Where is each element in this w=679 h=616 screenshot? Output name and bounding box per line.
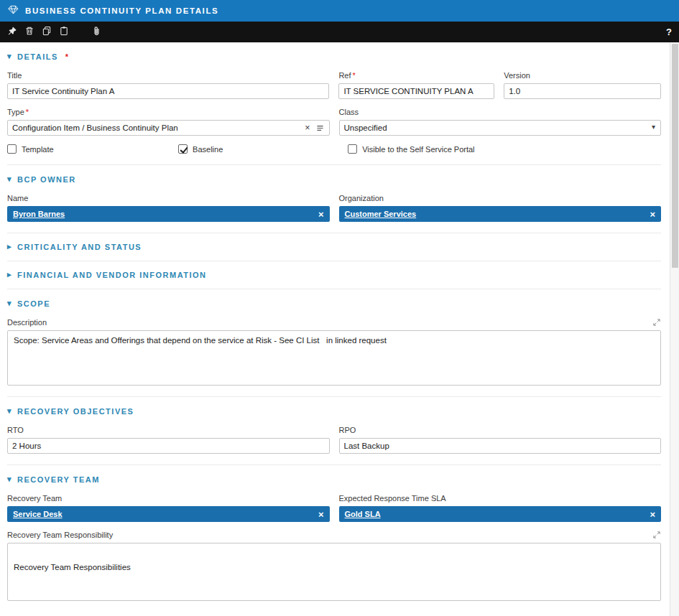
- baseline-label: Baseline: [193, 145, 223, 154]
- attach-button[interactable]: [88, 24, 105, 41]
- rto-input[interactable]: [7, 438, 330, 454]
- name-link[interactable]: Byron Barnes: [13, 210, 65, 218]
- section-header-details[interactable]: DETAILS *: [7, 52, 661, 61]
- type-input[interactable]: [7, 120, 330, 136]
- title-field-label: Title: [7, 71, 329, 80]
- rpo-input[interactable]: [339, 438, 662, 454]
- chevron-down-icon: [7, 174, 12, 184]
- section-recovery-team: RECOVERY TEAM Recovery Team Service Desk…: [7, 465, 661, 612]
- window-titlebar: BUSINESS CONTINUITY PLAN DETAILS: [0, 0, 679, 22]
- toolbar: ?: [0, 22, 679, 42]
- section-header-scope[interactable]: SCOPE: [7, 299, 661, 308]
- class-select[interactable]: Unspecified: [339, 120, 662, 136]
- baseline-checkbox[interactable]: [178, 144, 188, 154]
- section-header-recovery-objectives[interactable]: RECOVERY OBJECTIVES: [7, 406, 661, 416]
- class-select-wrap: Unspecified: [339, 120, 662, 136]
- clipboard-icon: [59, 26, 69, 38]
- clear-sla-icon[interactable]: ×: [650, 510, 655, 519]
- ref-field-label: Ref*: [338, 71, 494, 80]
- vertical-scrollbar[interactable]: [670, 42, 679, 616]
- clear-name-icon[interactable]: ×: [318, 210, 324, 219]
- section-header-recovery-team[interactable]: RECOVERY TEAM: [7, 475, 661, 484]
- scrollbar-thumb[interactable]: [672, 44, 678, 268]
- title-input[interactable]: [7, 83, 329, 99]
- name-field-label: Name: [7, 194, 330, 202]
- rto-label: RTO: [7, 426, 330, 434]
- copy-button[interactable]: [38, 24, 55, 41]
- sla-lookup-field: Gold SLA ×: [339, 506, 662, 522]
- pin-icon: [7, 26, 17, 38]
- organization-field-label: Organization: [339, 194, 662, 202]
- required-asterisk: *: [65, 52, 70, 61]
- section-header-bcp-owner[interactable]: BCP OWNER: [7, 174, 661, 184]
- section-title: RECOVERY TEAM: [17, 475, 100, 484]
- section-header-financial[interactable]: FINANCIAL AND VENDOR INFORMATION: [7, 270, 661, 279]
- required-asterisk: *: [353, 71, 356, 80]
- window-title: BUSINESS CONTINUITY PLAN DETAILS: [25, 6, 218, 15]
- clear-organization-icon[interactable]: ×: [650, 210, 655, 219]
- section-title: BCP OWNER: [17, 175, 76, 184]
- chevron-down-icon: [7, 475, 12, 484]
- version-field-label: Version: [504, 71, 661, 80]
- paperclip-icon: [91, 26, 102, 39]
- sla-label: Expected Response Time SLA: [339, 494, 662, 503]
- paste-button[interactable]: [55, 24, 73, 41]
- trash-icon: [24, 26, 34, 38]
- section-title: CRITICALITY AND STATUS: [17, 243, 142, 251]
- copy-icon: [42, 26, 52, 38]
- chevron-down-icon: [7, 406, 12, 416]
- sla-link[interactable]: Gold SLA: [345, 510, 381, 518]
- recovery-team-label: Recovery Team: [7, 494, 330, 503]
- template-checkbox-item: Template: [7, 144, 169, 154]
- organization-link[interactable]: Customer Services: [345, 210, 417, 218]
- ssp-visible-checkbox[interactable]: [348, 144, 357, 154]
- type-field-label: Type*: [7, 108, 330, 116]
- name-lookup-field: Byron Barnes ×: [7, 206, 330, 222]
- clear-recovery-team-icon[interactable]: ×: [318, 510, 324, 519]
- rpo-label: RPO: [339, 426, 662, 434]
- expand-description-icon[interactable]: [652, 318, 661, 327]
- section-scope: SCOPE Description Scope: Service Areas a…: [7, 289, 661, 397]
- template-label: Template: [22, 145, 54, 154]
- description-textarea[interactable]: Scope: Service Areas and Offerings that …: [7, 330, 661, 386]
- ssp-visible-label: Visible to the Self Service Portal: [362, 145, 474, 154]
- section-criticality: CRITICALITY AND STATUS: [7, 233, 661, 261]
- recovery-team-link[interactable]: Service Desk: [13, 510, 63, 518]
- responsibility-textarea[interactable]: Recovery Team Responsibilities: [7, 543, 661, 601]
- version-input[interactable]: [504, 83, 661, 99]
- chevron-down-icon: [7, 299, 12, 308]
- description-label: Description: [7, 318, 47, 327]
- section-bcp-owner: BCP OWNER Name Byron Barnes × Organizati…: [7, 165, 661, 233]
- section-details: DETAILS * Title Ref* Version Type*: [7, 42, 661, 165]
- chevron-right-icon: [7, 242, 12, 251]
- chevron-down-icon: [7, 52, 12, 61]
- organization-lookup-field: Customer Services ×: [339, 206, 662, 222]
- ssp-visible-checkbox-item: Visible to the Self Service Portal: [348, 144, 661, 154]
- responsibility-label: Recovery Team Responsibility: [7, 531, 113, 539]
- section-title: RECOVERY OBJECTIVES: [17, 407, 134, 416]
- help-icon[interactable]: ?: [662, 27, 675, 37]
- section-recovery-objectives: RECOVERY OBJECTIVES RTO RPO: [7, 397, 661, 465]
- section-title: SCOPE: [17, 299, 50, 308]
- expand-responsibility-icon[interactable]: [652, 531, 661, 539]
- recovery-team-lookup-field: Service Desk ×: [7, 506, 330, 522]
- type-list-picker-icon[interactable]: [315, 123, 325, 133]
- bcp-gem-icon: [8, 4, 19, 18]
- delete-button[interactable]: [21, 24, 38, 41]
- required-asterisk: *: [26, 108, 29, 116]
- chevron-right-icon: [7, 270, 12, 279]
- ref-input[interactable]: [338, 83, 494, 99]
- section-title: FINANCIAL AND VENDOR INFORMATION: [17, 271, 207, 279]
- class-field-label: Class: [339, 108, 662, 116]
- form-content: DETAILS * Title Ref* Version Type*: [0, 42, 670, 616]
- clear-type-icon[interactable]: ×: [305, 123, 310, 133]
- section-financial: FINANCIAL AND VENDOR INFORMATION: [7, 261, 661, 289]
- section-header-criticality[interactable]: CRITICALITY AND STATUS: [7, 242, 661, 251]
- section-title: DETAILS: [17, 52, 58, 61]
- pin-button[interactable]: [4, 24, 21, 41]
- baseline-checkbox-item: Baseline: [178, 144, 338, 154]
- template-checkbox[interactable]: [7, 144, 17, 154]
